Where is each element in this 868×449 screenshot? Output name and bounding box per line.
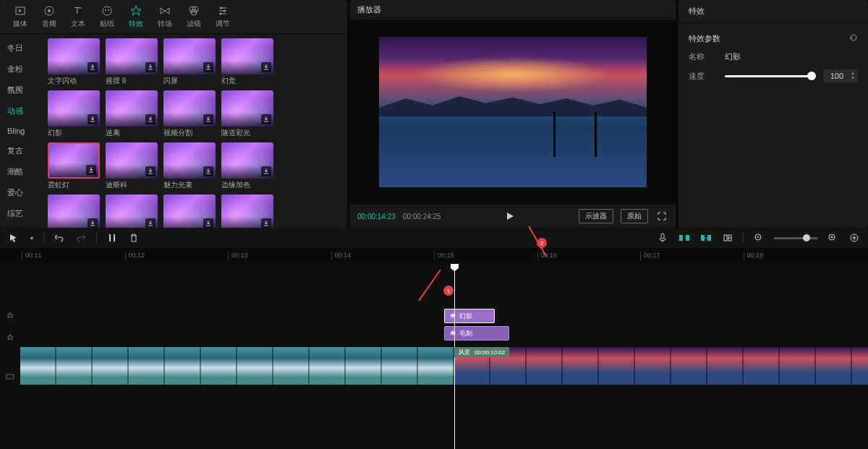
download-icon[interactable] (88, 114, 98, 124)
effect-item[interactable] (221, 194, 273, 228)
delete-button[interactable] (127, 231, 140, 244)
effect-item[interactable]: 摇摆 II (106, 38, 158, 86)
effect-thumb[interactable] (106, 38, 158, 74)
category-retro[interactable]: 复古 (3, 142, 41, 159)
effects-library-panel: 媒体 音频 T文本 贴纸 特效 转场 滤镜 调节 冬日 金粉 氛围 动感 Bli… (0, 0, 347, 228)
download-icon[interactable] (261, 114, 271, 124)
fx-clip-phantom[interactable]: 幻影 (444, 309, 495, 323)
download-icon[interactable] (261, 62, 271, 72)
timeline-ruler[interactable]: 00:1100:1200:1300:1400:1500:1600:1700:18 (0, 248, 868, 264)
download-icon[interactable] (203, 218, 213, 228)
effect-item[interactable]: 霓虹灯 (48, 142, 100, 190)
ruler-tick: 00:12 (125, 252, 229, 260)
effect-item[interactable]: 边缘加色 (221, 142, 273, 190)
cursor-tool[interactable] (7, 231, 20, 244)
category-dynamic[interactable]: 动感 (3, 103, 41, 119)
zoom-out-button[interactable] (752, 231, 765, 244)
effect-thumb[interactable] (163, 142, 216, 179)
download-icon[interactable] (261, 166, 271, 176)
download-icon[interactable] (145, 218, 156, 228)
speed-input[interactable]: 100 ▲▼ (823, 69, 858, 82)
effect-item[interactable]: 幻觉 (221, 38, 273, 86)
download-icon[interactable] (203, 62, 213, 72)
reset-button[interactable] (849, 33, 858, 44)
effect-thumb[interactable] (221, 38, 273, 74)
effect-thumb[interactable] (48, 38, 100, 74)
effect-item[interactable]: 迷离 (106, 90, 158, 138)
category-winter[interactable]: 冬日 (3, 40, 41, 56)
category-variety[interactable]: 综艺 (3, 205, 41, 222)
tab-filter[interactable]: 滤镜 (179, 3, 208, 30)
play-button[interactable] (504, 210, 516, 222)
tab-effects[interactable]: 特效 (122, 3, 150, 30)
effect-thumb[interactable] (163, 194, 216, 228)
zoom-slider[interactable] (774, 237, 817, 239)
fullscreen-button[interactable] (655, 210, 668, 223)
scope-button[interactable]: 示波器 (579, 209, 613, 223)
effect-thumb[interactable] (48, 142, 100, 179)
category-heart[interactable]: 爱心 (3, 184, 41, 201)
download-icon[interactable] (145, 62, 156, 72)
category-trendy[interactable]: 潮酷 (3, 163, 41, 180)
fx-track-icon[interactable] (0, 307, 20, 325)
video-clip-2[interactable] (454, 347, 868, 385)
download-icon[interactable] (145, 166, 156, 176)
effect-item[interactable]: 闪屏 (163, 38, 216, 86)
effect-thumb[interactable] (106, 194, 158, 228)
effect-item[interactable]: 魅力光束 (163, 142, 216, 190)
effect-item[interactable]: 迪斯科 (106, 142, 158, 190)
category-bling[interactable]: Bling (3, 124, 41, 138)
speed-slider[interactable] (725, 75, 816, 77)
effect-item[interactable]: 幻影 (48, 90, 100, 138)
split-button[interactable] (106, 231, 119, 244)
effect-thumb[interactable] (221, 90, 273, 127)
link-toggle[interactable] (699, 231, 712, 244)
download-icon[interactable] (203, 166, 213, 176)
category-atmosphere[interactable]: 氛围 (3, 82, 41, 98)
effect-thumb[interactable] (221, 142, 273, 179)
effect-thumb[interactable] (163, 38, 216, 74)
speed-stepper[interactable]: ▲▼ (849, 71, 856, 81)
original-button[interactable]: 原始 (621, 209, 648, 223)
effect-item[interactable] (106, 194, 158, 228)
download-icon[interactable] (145, 114, 156, 124)
effect-thumb[interactable] (48, 194, 100, 228)
video-clip-header[interactable]: 风景 00:00:10:02 (454, 347, 509, 357)
effect-thumb[interactable] (48, 90, 100, 127)
record-voiceover-button[interactable] (656, 231, 669, 244)
tab-audio[interactable]: 音频 (35, 3, 64, 30)
effect-item[interactable]: 隧道彩光 (221, 90, 273, 138)
effect-item[interactable] (163, 194, 216, 228)
cursor-dropdown[interactable]: ▼ (29, 231, 35, 244)
preview-toggle[interactable] (721, 231, 734, 244)
effect-thumb[interactable] (106, 90, 158, 127)
tab-sticker[interactable]: 贴纸 (93, 3, 122, 30)
effect-thumb[interactable] (221, 194, 273, 228)
tab-adjust[interactable]: 调节 (208, 3, 237, 30)
fx-track-icon-2[interactable] (0, 329, 20, 346)
download-icon[interactable] (88, 218, 98, 228)
video-clip-1[interactable] (20, 347, 454, 385)
snap-toggle[interactable] (678, 231, 691, 244)
player-viewport[interactable] (350, 20, 676, 205)
tab-transition[interactable]: 转场 (150, 3, 179, 30)
download-icon[interactable] (261, 218, 271, 228)
download-icon[interactable] (88, 62, 98, 72)
effect-thumb[interactable] (163, 90, 216, 127)
zoom-in-button[interactable] (826, 231, 839, 244)
download-icon[interactable] (203, 114, 213, 124)
effect-item[interactable]: 文字闪动 (48, 38, 100, 86)
download-icon[interactable] (86, 165, 96, 175)
tab-media[interactable]: 媒体 (6, 3, 35, 30)
effect-item[interactable] (48, 194, 100, 228)
effect-item[interactable]: 视频分割 (163, 90, 216, 138)
undo-button[interactable] (53, 231, 66, 244)
tab-text[interactable]: T文本 (64, 3, 93, 30)
timeline-area[interactable]: 幻影 毛刺 风景 00:00:10:02 1 2 (0, 264, 868, 449)
video-track[interactable] (20, 347, 868, 385)
effect-thumb[interactable] (106, 142, 158, 179)
category-goldpowder[interactable]: 金粉 (3, 61, 41, 77)
zoom-fit-button[interactable] (848, 231, 861, 244)
redo-button[interactable] (75, 231, 88, 244)
video-track-icon[interactable] (0, 368, 20, 385)
